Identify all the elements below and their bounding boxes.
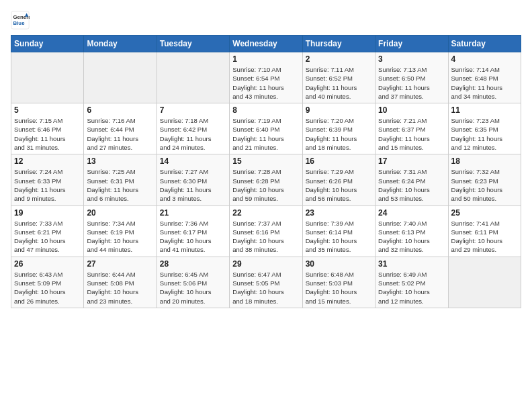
day-info: Sunrise: 7:28 AM Sunset: 6:28 PM Dayligh… <box>232 167 299 203</box>
calendar-week-5: 26Sunrise: 6:43 AM Sunset: 5:09 PM Dayli… <box>11 257 521 308</box>
day-number: 25 <box>451 208 518 218</box>
calendar-cell: 17Sunrise: 7:31 AM Sunset: 6:24 PM Dayli… <box>375 154 448 205</box>
calendar-cell: 13Sunrise: 7:25 AM Sunset: 6:31 PM Dayli… <box>84 154 157 205</box>
calendar-cell: 2Sunrise: 7:11 AM Sunset: 6:52 PM Daylig… <box>302 52 375 103</box>
day-number: 13 <box>87 156 153 166</box>
day-number: 12 <box>14 156 81 166</box>
calendar-cell: 5Sunrise: 7:15 AM Sunset: 6:46 PM Daylig… <box>11 103 84 154</box>
weekday-header-wednesday: Wednesday <box>230 36 302 52</box>
calendar-cell: 16Sunrise: 7:29 AM Sunset: 6:26 PM Dayli… <box>302 154 375 205</box>
calendar-cell: 15Sunrise: 7:28 AM Sunset: 6:28 PM Dayli… <box>230 154 302 205</box>
calendar-cell: 3Sunrise: 7:13 AM Sunset: 6:50 PM Daylig… <box>375 52 448 103</box>
day-number: 30 <box>306 259 372 269</box>
calendar-cell <box>11 52 84 103</box>
calendar-cell: 10Sunrise: 7:21 AM Sunset: 6:37 PM Dayli… <box>375 103 448 154</box>
day-info: Sunrise: 6:49 AM Sunset: 5:02 PM Dayligh… <box>378 270 445 306</box>
weekday-header-sunday: Sunday <box>11 36 84 52</box>
day-info: Sunrise: 7:21 AM Sunset: 6:37 PM Dayligh… <box>378 116 445 152</box>
day-info: Sunrise: 6:47 AM Sunset: 5:05 PM Dayligh… <box>232 270 299 306</box>
day-info: Sunrise: 7:40 AM Sunset: 6:13 PM Dayligh… <box>378 219 445 255</box>
calendar-cell: 12Sunrise: 7:24 AM Sunset: 6:33 PM Dayli… <box>11 154 84 205</box>
calendar-cell: 4Sunrise: 7:14 AM Sunset: 6:48 PM Daylig… <box>448 52 521 103</box>
weekday-header-row: SundayMondayTuesdayWednesdayThursdayFrid… <box>11 36 521 52</box>
calendar-cell: 30Sunrise: 6:48 AM Sunset: 5:03 PM Dayli… <box>302 257 375 308</box>
day-number: 27 <box>87 259 153 269</box>
day-number: 4 <box>451 54 518 64</box>
day-number: 28 <box>160 259 226 269</box>
weekday-header-saturday: Saturday <box>448 36 521 52</box>
day-info: Sunrise: 7:31 AM Sunset: 6:24 PM Dayligh… <box>378 167 445 203</box>
day-info: Sunrise: 7:27 AM Sunset: 6:30 PM Dayligh… <box>160 167 226 203</box>
page-header: General Blue <box>11 11 521 30</box>
day-number: 24 <box>378 208 445 218</box>
day-info: Sunrise: 7:33 AM Sunset: 6:21 PM Dayligh… <box>14 219 81 255</box>
calendar-week-4: 19Sunrise: 7:33 AM Sunset: 6:21 PM Dayli… <box>11 205 521 257</box>
calendar-week-2: 5Sunrise: 7:15 AM Sunset: 6:46 PM Daylig… <box>11 103 521 154</box>
day-number: 11 <box>451 105 518 115</box>
calendar-cell <box>157 52 229 103</box>
calendar-cell <box>84 52 157 103</box>
day-number: 9 <box>306 105 372 115</box>
day-number: 29 <box>232 259 299 269</box>
day-number: 23 <box>306 208 372 218</box>
calendar-cell: 26Sunrise: 6:43 AM Sunset: 5:09 PM Dayli… <box>11 257 84 308</box>
day-info: Sunrise: 7:24 AM Sunset: 6:33 PM Dayligh… <box>14 167 81 203</box>
calendar-table: SundayMondayTuesdayWednesdayThursdayFrid… <box>11 35 521 308</box>
day-number: 15 <box>232 156 299 166</box>
day-info: Sunrise: 7:11 AM Sunset: 6:52 PM Dayligh… <box>306 65 372 101</box>
day-number: 2 <box>306 54 372 64</box>
day-number: 10 <box>378 105 445 115</box>
day-number: 18 <box>451 156 518 166</box>
day-info: Sunrise: 7:41 AM Sunset: 6:11 PM Dayligh… <box>451 219 518 255</box>
calendar-cell: 20Sunrise: 7:34 AM Sunset: 6:19 PM Dayli… <box>84 205 157 257</box>
calendar-cell: 25Sunrise: 7:41 AM Sunset: 6:11 PM Dayli… <box>448 205 521 257</box>
day-number: 17 <box>378 156 445 166</box>
calendar-week-1: 1Sunrise: 7:10 AM Sunset: 6:54 PM Daylig… <box>11 52 521 103</box>
day-info: Sunrise: 7:39 AM Sunset: 6:14 PM Dayligh… <box>306 219 372 255</box>
calendar-cell: 29Sunrise: 6:47 AM Sunset: 5:05 PM Dayli… <box>230 257 302 308</box>
calendar-cell: 27Sunrise: 6:44 AM Sunset: 5:08 PM Dayli… <box>84 257 157 308</box>
day-info: Sunrise: 7:23 AM Sunset: 6:35 PM Dayligh… <box>451 116 518 152</box>
weekday-header-monday: Monday <box>84 36 157 52</box>
calendar-cell <box>448 257 521 308</box>
logo-icon: General Blue <box>11 11 30 30</box>
day-info: Sunrise: 7:19 AM Sunset: 6:40 PM Dayligh… <box>232 116 299 152</box>
calendar-cell: 28Sunrise: 6:45 AM Sunset: 5:06 PM Dayli… <box>157 257 229 308</box>
weekday-header-thursday: Thursday <box>302 36 375 52</box>
day-number: 20 <box>87 208 153 218</box>
calendar-cell: 23Sunrise: 7:39 AM Sunset: 6:14 PM Dayli… <box>302 205 375 257</box>
calendar-cell: 8Sunrise: 7:19 AM Sunset: 6:40 PM Daylig… <box>230 103 302 154</box>
calendar-week-3: 12Sunrise: 7:24 AM Sunset: 6:33 PM Dayli… <box>11 154 521 205</box>
calendar-cell: 24Sunrise: 7:40 AM Sunset: 6:13 PM Dayli… <box>375 205 448 257</box>
calendar-cell: 19Sunrise: 7:33 AM Sunset: 6:21 PM Dayli… <box>11 205 84 257</box>
logo: General Blue <box>11 11 30 30</box>
svg-text:Blue: Blue <box>13 20 26 26</box>
day-number: 31 <box>378 259 445 269</box>
day-info: Sunrise: 7:15 AM Sunset: 6:46 PM Dayligh… <box>14 116 81 152</box>
calendar-cell: 11Sunrise: 7:23 AM Sunset: 6:35 PM Dayli… <box>448 103 521 154</box>
day-info: Sunrise: 7:25 AM Sunset: 6:31 PM Dayligh… <box>87 167 153 203</box>
day-number: 6 <box>87 105 153 115</box>
calendar-cell: 1Sunrise: 7:10 AM Sunset: 6:54 PM Daylig… <box>230 52 302 103</box>
weekday-header-tuesday: Tuesday <box>157 36 229 52</box>
day-info: Sunrise: 7:20 AM Sunset: 6:39 PM Dayligh… <box>306 116 372 152</box>
day-number: 26 <box>14 259 81 269</box>
day-info: Sunrise: 6:48 AM Sunset: 5:03 PM Dayligh… <box>306 270 372 306</box>
day-number: 21 <box>160 208 226 218</box>
day-info: Sunrise: 7:18 AM Sunset: 6:42 PM Dayligh… <box>160 116 226 152</box>
day-info: Sunrise: 6:45 AM Sunset: 5:06 PM Dayligh… <box>160 270 226 306</box>
calendar-cell: 21Sunrise: 7:36 AM Sunset: 6:17 PM Dayli… <box>157 205 229 257</box>
day-number: 14 <box>160 156 226 166</box>
day-info: Sunrise: 7:10 AM Sunset: 6:54 PM Dayligh… <box>232 65 299 101</box>
day-number: 19 <box>14 208 81 218</box>
calendar-cell: 9Sunrise: 7:20 AM Sunset: 6:39 PM Daylig… <box>302 103 375 154</box>
day-info: Sunrise: 7:29 AM Sunset: 6:26 PM Dayligh… <box>306 167 372 203</box>
day-number: 8 <box>232 105 299 115</box>
day-number: 7 <box>160 105 226 115</box>
calendar-cell: 14Sunrise: 7:27 AM Sunset: 6:30 PM Dayli… <box>157 154 229 205</box>
calendar-cell: 18Sunrise: 7:32 AM Sunset: 6:23 PM Dayli… <box>448 154 521 205</box>
day-info: Sunrise: 7:37 AM Sunset: 6:16 PM Dayligh… <box>232 219 299 255</box>
day-info: Sunrise: 7:32 AM Sunset: 6:23 PM Dayligh… <box>451 167 518 203</box>
weekday-header-friday: Friday <box>375 36 448 52</box>
day-info: Sunrise: 7:14 AM Sunset: 6:48 PM Dayligh… <box>451 65 518 101</box>
